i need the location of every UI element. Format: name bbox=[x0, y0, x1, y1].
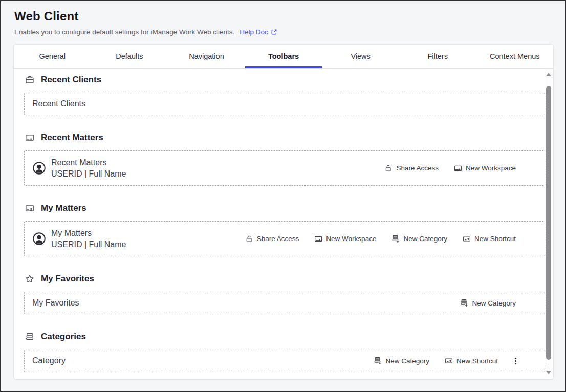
section-title: Recent Clients bbox=[41, 75, 101, 85]
help-doc-label: Help Doc bbox=[240, 28, 268, 36]
my-favorites-toolbar-card: My Favorites New Category bbox=[24, 292, 545, 314]
lock-open-icon bbox=[384, 164, 393, 172]
new-workspace-button[interactable]: New Workspace bbox=[454, 164, 516, 172]
page-title: Web Client bbox=[14, 9, 545, 24]
tab-bar: General Defaults Navigation Toolbars Vie… bbox=[14, 45, 553, 69]
vertical-scrollbar[interactable] bbox=[545, 69, 552, 378]
section-title: My Favorites bbox=[41, 274, 94, 284]
kebab-icon bbox=[511, 357, 520, 365]
section-title: My Matters bbox=[41, 203, 86, 213]
settings-panel: General Defaults Navigation Toolbars Vie… bbox=[13, 44, 554, 380]
card-sublabel: USERID | Full Name bbox=[51, 239, 126, 250]
tab-general[interactable]: General bbox=[14, 45, 91, 68]
help-doc-link[interactable]: Help Doc bbox=[240, 28, 277, 36]
section-title: Recent Matters bbox=[41, 133, 103, 143]
page-header: Web Client Enables you to configure defa… bbox=[14, 9, 545, 36]
action-label: New Shortcut bbox=[474, 235, 516, 243]
tab-views[interactable]: Views bbox=[322, 45, 399, 68]
new-category-icon bbox=[374, 357, 382, 365]
new-workspace-icon bbox=[314, 235, 322, 243]
new-category-button[interactable]: New Category bbox=[391, 235, 447, 243]
workspace-user-icon bbox=[25, 204, 34, 213]
new-shortcut-icon bbox=[445, 357, 453, 365]
section-categories: Categories Category New Category New Sho… bbox=[24, 332, 545, 372]
new-category-icon bbox=[460, 299, 468, 307]
briefcase-icon bbox=[25, 75, 34, 84]
lock-open-icon bbox=[245, 235, 253, 243]
action-label: New Workspace bbox=[466, 164, 516, 172]
tab-context-menus[interactable]: Context Menus bbox=[476, 45, 553, 68]
card-label: Category bbox=[32, 356, 66, 365]
section-my-matters: My Matters My Matters USERID | Full Name… bbox=[24, 203, 545, 256]
new-shortcut-button[interactable]: New Shortcut bbox=[445, 357, 498, 365]
action-label: New Shortcut bbox=[456, 357, 498, 365]
workspace-plus-icon bbox=[25, 133, 34, 142]
new-workspace-button[interactable]: New Workspace bbox=[314, 235, 376, 243]
action-label: Share Access bbox=[257, 235, 299, 243]
section-recent-clients: Recent Clients Recent Clients bbox=[24, 75, 545, 115]
scroll-up-arrow-icon[interactable] bbox=[546, 73, 551, 76]
scrollbar-thumb[interactable] bbox=[546, 86, 551, 360]
card-label: My Favorites bbox=[32, 298, 79, 308]
card-sublabel: USERID | Full Name bbox=[51, 168, 126, 180]
scroll-down-arrow-icon[interactable] bbox=[546, 371, 551, 374]
toolbars-tab-content: Recent Clients Recent Clients Recent Mat… bbox=[14, 69, 553, 379]
web-client-settings-page: { "header": { "title": "Web Client", "su… bbox=[0, 0, 566, 392]
card-label: Recent Clients bbox=[32, 99, 85, 108]
card-label: Recent Matters bbox=[51, 157, 126, 168]
card-label: My Matters bbox=[51, 228, 126, 239]
external-link-icon bbox=[271, 29, 277, 35]
share-access-button[interactable]: Share Access bbox=[384, 164, 439, 172]
recent-matters-toolbar-card: Recent Matters USERID | Full Name Share … bbox=[24, 150, 545, 186]
new-category-icon bbox=[391, 235, 400, 243]
more-options-button[interactable] bbox=[511, 357, 520, 365]
section-title: Categories bbox=[41, 332, 86, 342]
tab-filters[interactable]: Filters bbox=[399, 45, 476, 68]
star-icon bbox=[25, 274, 34, 284]
person-avatar-icon bbox=[32, 232, 46, 246]
action-label: New Category bbox=[472, 299, 516, 307]
tab-navigation[interactable]: Navigation bbox=[168, 45, 245, 68]
person-avatar-icon bbox=[32, 161, 46, 175]
action-label: New Category bbox=[385, 357, 429, 365]
new-category-button[interactable]: New Category bbox=[374, 357, 429, 365]
tab-toolbars[interactable]: Toolbars bbox=[245, 45, 322, 68]
recent-clients-toolbar-card: Recent Clients bbox=[24, 93, 545, 115]
categories-toolbar-card: Category New Category New Shortcut bbox=[24, 350, 545, 372]
action-label: New Workspace bbox=[326, 235, 376, 243]
new-shortcut-button[interactable]: New Shortcut bbox=[463, 235, 516, 243]
section-recent-matters: Recent Matters Recent Matters USERID | F… bbox=[24, 133, 545, 186]
new-category-button[interactable]: New Category bbox=[460, 299, 516, 307]
action-label: Share Access bbox=[396, 164, 439, 172]
new-shortcut-icon bbox=[463, 235, 471, 243]
action-label: New Category bbox=[403, 235, 447, 243]
new-workspace-icon bbox=[454, 164, 462, 172]
tab-defaults[interactable]: Defaults bbox=[91, 45, 168, 68]
categories-icon bbox=[25, 332, 34, 341]
section-my-favorites: My Favorites My Favorites New Category bbox=[24, 274, 545, 314]
page-subtitle: Enables you to configure default setting… bbox=[14, 28, 234, 36]
my-matters-toolbar-card: My Matters USERID | Full Name Share Acce… bbox=[24, 221, 545, 256]
share-access-button[interactable]: Share Access bbox=[245, 235, 299, 243]
